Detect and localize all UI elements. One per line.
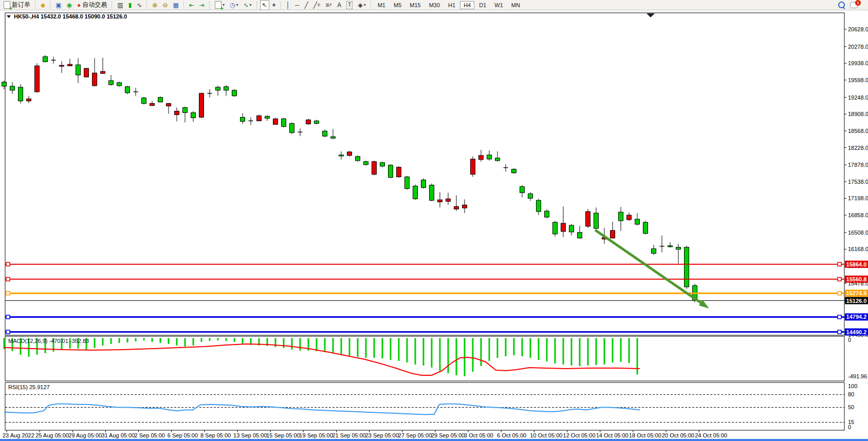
line-handle[interactable] [838, 292, 841, 295]
gold-glyph: ◆ [41, 2, 45, 9]
line-chart-icon[interactable]: ∿ [135, 0, 144, 10]
candle-body [380, 163, 385, 166]
candle-body [306, 120, 311, 124]
candle-body [676, 247, 681, 250]
zoom-in-icon[interactable]: ⊕ [150, 0, 159, 10]
bar-chart-icon[interactable]: ▥ [115, 0, 125, 10]
textA-glyph: A [337, 2, 341, 9]
indicators-icon[interactable]: ∿▾ [241, 0, 253, 10]
timeframe-m15[interactable]: M15 [406, 1, 424, 9]
new-chart-icon[interactable]: ▾ [213, 0, 227, 10]
macd-panel[interactable] [5, 336, 844, 381]
timeframe-h1[interactable]: H1 [445, 1, 459, 9]
zoom-out-icon[interactable]: ⊖ [160, 0, 170, 10]
new-order-button[interactable]: 新订单 [2, 0, 32, 10]
period-icon[interactable]: ◷▾ [228, 0, 241, 10]
window-glyph: ▣ [56, 2, 61, 9]
timeframe-m1[interactable]: M1 [374, 1, 389, 9]
timeframe-w1[interactable]: W1 [491, 1, 507, 9]
line-handle[interactable] [6, 277, 10, 281]
candle-glyph: ▮ [128, 2, 132, 9]
channel-glyph: ╱ [313, 2, 317, 9]
line-handle[interactable] [6, 262, 10, 266]
candle-body [487, 155, 492, 159]
fibonacci-icon[interactable]: ≡F [323, 0, 334, 10]
search-button[interactable] [836, 0, 847, 10]
cursor-icon[interactable]: ↖ [260, 0, 269, 10]
labelT-glyph: T [346, 1, 353, 9]
trendline-icon[interactable]: ╱ [303, 0, 310, 10]
candle-body [35, 66, 40, 92]
timeframe-d1[interactable]: D1 [475, 1, 490, 9]
candle-body [109, 81, 114, 85]
line-handle[interactable] [838, 262, 841, 266]
text-icon[interactable]: A [335, 0, 343, 10]
auto-scroll-icon[interactable]: ⇤ [187, 0, 196, 10]
main-chart-panel[interactable] [5, 13, 844, 335]
candle-chart-icon[interactable]: ▮ [126, 0, 134, 10]
toolbar-separator [50, 2, 51, 9]
candle-body [586, 212, 590, 226]
line-handle[interactable] [838, 315, 841, 319]
line-handle[interactable] [838, 277, 841, 281]
toolbar-separator [183, 2, 184, 9]
price-axis-label: 20628.0 [848, 26, 868, 32]
candle-body [315, 121, 319, 123]
timeframe-h4[interactable]: H4 [460, 1, 474, 9]
date-axis-label: 3 Oct 05:00 [464, 432, 493, 438]
rsi-axis-label: 100 [848, 383, 857, 389]
date-axis-label: 8 Sep 05:00 [200, 432, 231, 438]
chart-shift-icon[interactable]: ⇥ [197, 0, 207, 10]
candle-body [561, 223, 566, 232]
candle-body [652, 249, 656, 254]
shapes-icon[interactable]: ◈▾ [356, 0, 367, 10]
icon-sub-letter: E [318, 3, 320, 7]
price-axis-label: 18228.0 [848, 145, 868, 151]
auto-trading-button[interactable]: ●自动交易 [75, 0, 109, 10]
candle-body [356, 157, 360, 161]
candle-body [175, 111, 179, 114]
channel-icon[interactable]: ╱E [311, 0, 323, 10]
tile-windows-icon[interactable]: ▦ [171, 0, 180, 10]
charts-window-icon[interactable]: ▣ [53, 0, 63, 10]
date-axis-label: 10 Oct 05:00 [530, 432, 562, 438]
timeframe-mn[interactable]: MN [508, 1, 524, 9]
macd-axis-label: 0 [848, 337, 851, 343]
vertical-line-icon[interactable]: │ [284, 0, 292, 10]
quotes-icon[interactable]: ◆ [39, 0, 47, 10]
price-axis-label: 17538.0 [848, 179, 868, 185]
candle-body [191, 112, 196, 118]
horizontal-line-icon[interactable]: ─ [293, 0, 302, 10]
line-handle[interactable] [6, 292, 10, 295]
crosshair-icon[interactable]: + [270, 0, 278, 10]
rsi-panel[interactable] [5, 382, 844, 430]
candle-body [619, 212, 623, 221]
line-handle[interactable] [838, 330, 841, 334]
toolbar-separator [371, 2, 372, 9]
candle-body [454, 206, 459, 209]
candle-body [372, 162, 377, 175]
timeframe-m5[interactable]: M5 [390, 1, 405, 9]
price-axis-label: 19938.0 [848, 60, 868, 66]
notifications-button[interactable]: 1 [848, 0, 860, 10]
candle-body [2, 82, 7, 86]
fibo-glyph: ≡ [325, 2, 329, 9]
line-handle[interactable] [6, 315, 10, 319]
cursor-glyph: ↖ [262, 2, 267, 9]
candle-body [520, 186, 525, 193]
line-handle[interactable] [6, 330, 10, 334]
candle-body [76, 65, 81, 75]
signal-icon[interactable]: ◉ [65, 0, 74, 10]
clock-glyph: ◷ [230, 2, 235, 9]
linechart-glyph: ∿ [137, 2, 142, 9]
chart-area[interactable]: 20628.020278.019938.019598.019248.018908… [0, 0, 868, 441]
macd-axis-label: -491.96 [848, 373, 867, 379]
candle-body [93, 73, 97, 86]
candle-body [158, 98, 163, 102]
price-axis-label: 19248.0 [848, 94, 868, 101]
date-axis-label: 19 Sep 05:00 [299, 432, 333, 438]
timeframe-m30[interactable]: M30 [426, 1, 444, 9]
label-icon[interactable]: T [344, 0, 355, 10]
chart-title: HK50-,H4 15432.0 15468.0 15090.0 15126.0 [7, 13, 127, 20]
dropdown-caret-icon: ▾ [364, 3, 366, 7]
